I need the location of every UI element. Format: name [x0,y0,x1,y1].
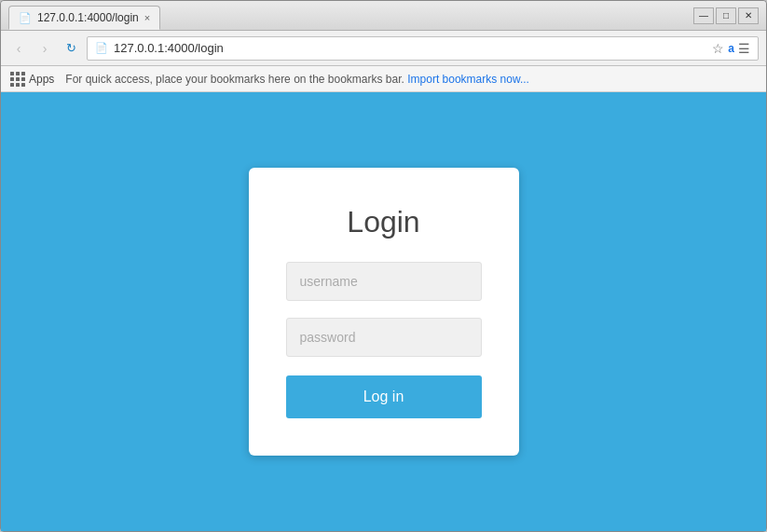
apps-button[interactable]: Apps [10,72,54,87]
apps-grid-icon [10,72,25,87]
password-input[interactable] [286,318,482,357]
page-content: Login Log in [1,92,766,531]
active-tab[interactable]: 📄 127.0.0.1:4000/login × [8,6,160,30]
login-button[interactable]: Log in [286,375,482,418]
page-icon: 📄 [19,12,32,24]
import-bookmarks-link[interactable]: Import bookmarks now... [407,73,529,86]
apps-label: Apps [29,73,54,86]
maximize-button[interactable]: □ [716,7,736,24]
tab-bar: 📄 127.0.0.1:4000/login × [8,1,693,30]
minimize-button[interactable]: — [693,7,714,24]
url-right-icons: ☆ a ☰ [712,41,750,56]
browser-window: 📄 127.0.0.1:4000/login × — □ ✕ ‹ › ↻ 📄 1… [0,0,767,532]
username-input[interactable] [286,262,482,301]
forward-button[interactable]: › [34,38,55,59]
url-text: 127.0.0.1:4000/login [114,41,224,55]
url-page-icon: 📄 [95,42,108,54]
bookmarks-bar-text: For quick access, place your bookmarks h… [65,73,404,86]
tab-close-button[interactable]: × [144,12,150,23]
login-card: Login Log in [249,168,519,456]
bookmarks-bar: Apps For quick access, place your bookma… [1,66,766,92]
close-button[interactable]: ✕ [738,7,759,24]
address-bar: ‹ › ↻ 📄 127.0.0.1:4000/login ☆ a ☰ [1,31,766,66]
menu-icon[interactable]: ☰ [738,41,750,56]
url-bar[interactable]: 📄 127.0.0.1:4000/login ☆ a ☰ [87,36,759,61]
login-title: Login [347,205,419,239]
window-controls: — □ ✕ [693,7,759,24]
title-bar: 📄 127.0.0.1:4000/login × — □ ✕ [1,1,766,31]
account-icon[interactable]: a [728,42,734,55]
bookmark-star-icon[interactable]: ☆ [712,41,724,56]
back-button[interactable]: ‹ [8,38,29,59]
reload-button[interactable]: ↻ [61,38,81,59]
tab-label: 127.0.0.1:4000/login [37,11,139,24]
